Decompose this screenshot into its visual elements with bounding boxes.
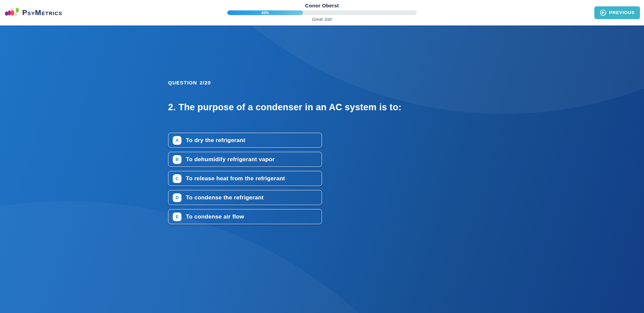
- header: PsyMetrics Conor Oberst 40% Great Job! P…: [0, 0, 644, 25]
- option-label: To dehumidify refrigerant vapor: [186, 156, 275, 163]
- option-letter-badge: E: [173, 212, 181, 221]
- progress-fill: 40%: [227, 10, 303, 15]
- option-a[interactable]: A To dry the refrigerant: [168, 133, 322, 148]
- encouragement-text: Great Job!: [227, 17, 417, 22]
- psymetrics-logo-icon: [5, 7, 19, 18]
- arrow-left-circle-icon: [600, 9, 606, 16]
- option-label: To dry the refrigerant: [186, 137, 245, 144]
- brand-logo: PsyMetrics: [5, 7, 62, 18]
- option-e[interactable]: E To condense air flow: [168, 209, 322, 224]
- option-label: To release heat from the refrigerant: [186, 175, 285, 182]
- question-content: QUESTION2/20 2. The purpose of a condens…: [168, 25, 470, 228]
- option-b[interactable]: B To dehumidify refrigerant vapor: [168, 152, 322, 167]
- option-letter-badge: A: [173, 136, 181, 145]
- question-title: 2. The purpose of a condenser in an AC s…: [168, 102, 470, 113]
- option-c[interactable]: C To release heat from the refrigerant: [168, 171, 322, 186]
- previous-button[interactable]: PREVIOUS: [594, 6, 640, 19]
- question-label: QUESTION: [168, 80, 197, 85]
- option-letter-badge: C: [173, 174, 181, 183]
- options-list: A To dry the refrigerant B To dehumidify…: [168, 133, 322, 224]
- question-counter: 2/20: [200, 80, 211, 85]
- option-label: To condense air flow: [186, 213, 244, 220]
- option-letter-badge: D: [173, 193, 181, 202]
- progress-percent-label: 40%: [261, 11, 269, 15]
- progress-bar: 40%: [227, 10, 417, 15]
- option-letter-badge: B: [173, 155, 181, 164]
- option-label: To condense the refrigerant: [186, 194, 264, 201]
- progress-section: Conor Oberst 40% Great Job!: [227, 3, 417, 22]
- question-screen: QUESTION2/20 2. The purpose of a condens…: [0, 25, 644, 313]
- previous-button-label: PREVIOUS: [609, 10, 635, 15]
- user-name: Conor Oberst: [227, 3, 417, 8]
- question-progress-label: QUESTION2/20: [168, 80, 470, 85]
- brand-name: PsyMetrics: [22, 8, 62, 17]
- option-d[interactable]: D To condense the refrigerant: [168, 190, 322, 205]
